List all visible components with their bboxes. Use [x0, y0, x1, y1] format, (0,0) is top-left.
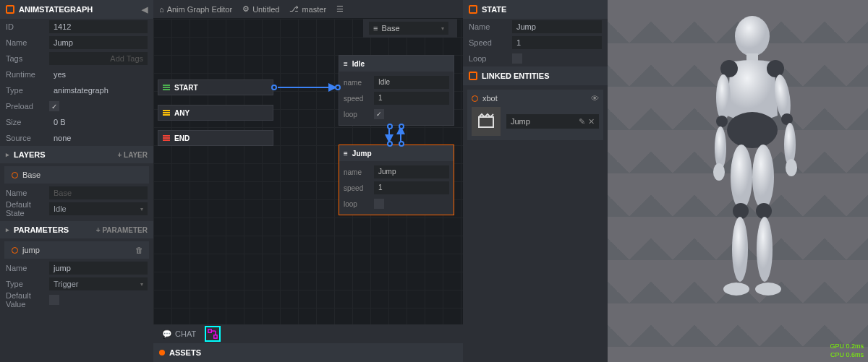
idle-in-port-2[interactable]	[399, 124, 404, 129]
layer-name-input[interactable]: Base	[49, 186, 148, 199]
size-label: Size	[6, 118, 49, 126]
start-node[interactable]: START	[158, 79, 273, 95]
end-node[interactable]: END	[158, 130, 273, 146]
state-speed-input[interactable]: 1	[512, 36, 602, 49]
svg-point-7	[735, 16, 770, 56]
param-name-input[interactable]: jump	[49, 262, 148, 275]
svg-point-14	[716, 116, 728, 127]
source-value: none	[49, 132, 148, 145]
bottom-tabs: 💬CHAT	[153, 324, 463, 343]
type-label: Type	[6, 86, 49, 95]
entity-card: xbot👁 Jump✎✕	[467, 90, 603, 140]
collapse-icon[interactable]: ◀	[142, 5, 148, 14]
graph-canvas[interactable]: Base START ANY END ≡Idle nameId	[153, 19, 463, 324]
runtime-label: Runtime	[6, 70, 49, 79]
svg-point-25	[757, 217, 773, 282]
state-speed-label: Speed	[469, 38, 512, 47]
start-out-port[interactable]	[271, 85, 277, 90]
name-input[interactable]: Jump	[49, 36, 148, 49]
tags-label: Tags	[6, 54, 49, 63]
close-icon[interactable]: ✕	[588, 114, 595, 129]
settings-button[interactable]: ⚙Untitled	[242, 4, 279, 14]
home-icon: ⌂	[159, 5, 164, 14]
layer-item-base[interactable]: Base	[4, 166, 149, 184]
state-name-input[interactable]: Jump	[512, 20, 602, 33]
tags-input[interactable]: Add Tags	[49, 52, 148, 65]
graph-editor: ⌂Anim Graph Editor ⚙Untitled ⎇master ☰ B…	[153, 0, 463, 362]
param-type-select[interactable]: Trigger	[49, 277, 148, 290]
jump-node[interactable]: ≡Jump nameJump speed1 loop	[339, 145, 454, 215]
state-loop-checkbox[interactable]	[512, 53, 522, 64]
viewport[interactable]: GPU 0.2ms CPU 0.6ms	[608, 0, 868, 362]
home-button[interactable]: ⌂Anim Graph Editor	[159, 5, 232, 14]
any-node[interactable]: ANY	[158, 105, 273, 121]
param-type-label: Type	[6, 280, 49, 288]
viewport-stats: GPU 0.2ms CPU 0.6ms	[830, 342, 864, 359]
svg-point-26	[723, 283, 749, 296]
svg-point-27	[755, 283, 781, 296]
svg-point-20	[731, 145, 752, 210]
svg-point-22	[733, 203, 749, 219]
add-parameter-button[interactable]: + PARAMETER	[96, 226, 148, 234]
visibility-icon[interactable]: 👁	[591, 94, 599, 103]
jump-in-port[interactable]	[387, 141, 393, 147]
linked-entities-header[interactable]: LINKED ENTITIES	[463, 66, 608, 85]
idle-name-input[interactable]: Idle	[374, 76, 449, 89]
svg-point-24	[732, 217, 748, 282]
svg-point-19	[786, 159, 797, 176]
inspector-panel: ANIMSTATEGRAPH ◀ ID1412 NameJump TagsAdd…	[0, 0, 153, 362]
parameters-header[interactable]: PARAMETERS+ PARAMETER	[0, 221, 153, 238]
param-name-label: Name	[6, 264, 49, 272]
preload-checkbox[interactable]	[49, 101, 59, 111]
svg-point-23	[756, 203, 772, 219]
entity-header[interactable]: xbot👁	[472, 94, 599, 103]
list-button[interactable]: ☰	[336, 4, 344, 14]
entity-slot[interactable]: Jump✎✕	[506, 114, 599, 129]
chat-tab[interactable]: 💬CHAT	[158, 326, 200, 342]
jump-out-port[interactable]	[399, 141, 404, 147]
gear-icon: ⚙	[242, 4, 250, 14]
idle-out-port[interactable]	[387, 124, 393, 129]
svg-point-12	[716, 74, 731, 121]
svg-point-18	[713, 163, 725, 181]
mannequin	[680, 7, 825, 347]
delete-parameter-icon[interactable]: 🗑	[135, 246, 143, 254]
svg-point-16	[715, 126, 726, 170]
parameter-item-jump[interactable]: jump🗑	[4, 241, 149, 259]
branch-button[interactable]: ⎇master	[289, 4, 326, 14]
assets-header[interactable]: ASSETS	[153, 343, 463, 362]
cpu-stat: CPU 0.6ms	[830, 350, 864, 359]
layers-header[interactable]: LAYERS+ LAYER	[0, 146, 153, 163]
id-value[interactable]: 1412	[49, 20, 148, 33]
inspector-title: ANIMSTATEGRAPH	[19, 5, 93, 14]
state-loop-label: Loop	[469, 54, 512, 63]
state-name-label: Name	[469, 22, 512, 31]
jump-loop-checkbox[interactable]	[374, 199, 384, 209]
type-value: animstategraph	[49, 84, 148, 97]
layer-name-label: Name	[6, 189, 49, 197]
graph-tool-button[interactable]	[205, 326, 221, 342]
menu-icon: ≡	[344, 60, 348, 68]
graph-toolbar: ⌂Anim Graph Editor ⚙Untitled ⎇master ☰	[153, 0, 463, 19]
default-state-select[interactable]: Idle	[49, 202, 148, 215]
layer-select[interactable]: Base	[369, 22, 448, 35]
idle-in-port[interactable]	[335, 85, 341, 90]
param-default-checkbox[interactable]	[49, 295, 59, 305]
edit-icon[interactable]: ✎	[579, 114, 585, 129]
add-layer-button[interactable]: + LAYER	[117, 151, 148, 159]
entity-thumbnail[interactable]	[472, 107, 501, 136]
source-label: Source	[6, 134, 49, 142]
jump-name-input[interactable]: Jump	[374, 165, 449, 178]
idle-node[interactable]: ≡Idle nameIdle speed1 loop	[339, 55, 454, 126]
runtime-value: yes	[49, 68, 148, 81]
id-label: ID	[6, 22, 49, 31]
name-label: Name	[6, 38, 49, 47]
idle-loop-checkbox[interactable]	[374, 109, 384, 119]
svg-point-15	[781, 113, 793, 125]
chat-icon: 💬	[162, 329, 172, 339]
state-header[interactable]: STATE	[463, 0, 608, 19]
gpu-stat: GPU 0.2ms	[830, 342, 864, 350]
inspector-header[interactable]: ANIMSTATEGRAPH ◀	[0, 0, 153, 19]
idle-speed-input[interactable]: 1	[374, 92, 449, 105]
jump-speed-input[interactable]: 1	[374, 181, 449, 194]
